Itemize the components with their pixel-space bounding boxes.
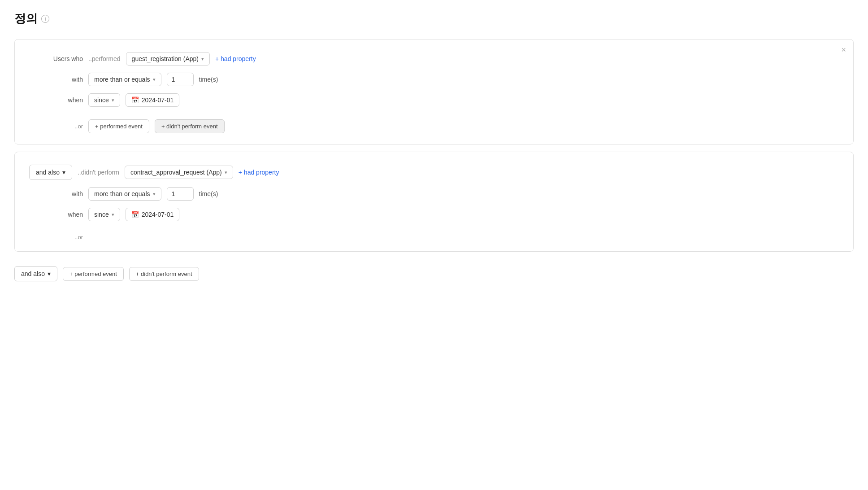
didnt-perform-event-btn-1[interactable]: + didn't perform event [155,119,225,133]
comparison-select-1[interactable]: more than or equals ▾ [88,73,161,86]
chevron-icon-7: ▾ [112,212,114,218]
count-input-2[interactable] [167,187,194,201]
date-picker-1[interactable]: 📅 2024-07-01 [126,93,180,107]
comparison-select-2[interactable]: more than or equals ▾ [88,187,161,201]
with-label-1: with [29,76,83,83]
since-select-1[interactable]: since ▾ [88,93,120,107]
chevron-icon-6: ▾ [153,191,156,197]
times-label-1: time(s) [199,76,218,83]
had-property-link-1[interactable]: + had property [215,55,256,62]
condition-block-1: × Users who ..performed guest_registrati… [14,39,854,144]
page-title: 정의 i [14,11,854,26]
performed-event-btn-1[interactable]: + performed event [88,119,149,133]
when-label-1: when [29,96,83,104]
and-also-select-bottom[interactable]: and also ▾ [14,266,57,281]
info-icon: i [41,15,49,23]
since-select-2[interactable]: since ▾ [88,208,120,221]
close-button-1[interactable]: × [841,46,846,54]
or-label-1: ..or [29,123,83,130]
times-label-2: time(s) [199,190,218,197]
chevron-icon-2: ▾ [153,77,156,83]
date-picker-2[interactable]: 📅 2024-07-01 [126,208,180,221]
with-label-2: with [29,190,83,197]
bottom-bar: and also ▾ + performed event + didn't pe… [14,259,854,281]
chevron-icon-5: ▾ [225,170,227,175]
chevron-icon-3: ▾ [112,97,114,103]
condition-block-2: and also ▾ ..didn't perform contract_app… [14,152,854,252]
or-label-2: ..or [29,234,83,241]
users-who-label: Users who [29,55,83,62]
chevron-icon-8: ▾ [48,270,51,277]
had-property-link-2[interactable]: + had property [239,169,279,176]
didnt-perform-btn-bottom[interactable]: + didn't perform event [129,267,199,281]
didnt-perform-label: ..didn't perform [78,169,119,176]
performed-label: ..performed [88,55,121,62]
and-also-select-1[interactable]: and also ▾ [29,165,72,180]
event-select-1[interactable]: guest_registration (App) ▾ [126,52,210,66]
chevron-icon-1: ▾ [201,56,204,62]
calendar-icon-1: 📅 [131,96,139,104]
event-select-2[interactable]: contract_approval_request (App) ▾ [125,166,233,179]
chevron-icon-4: ▾ [62,169,65,176]
calendar-icon-2: 📅 [131,211,139,218]
count-input-1[interactable] [167,73,194,86]
performed-event-btn-bottom[interactable]: + performed event [63,267,124,281]
title-text: 정의 [14,11,38,26]
when-label-2: when [29,211,83,218]
